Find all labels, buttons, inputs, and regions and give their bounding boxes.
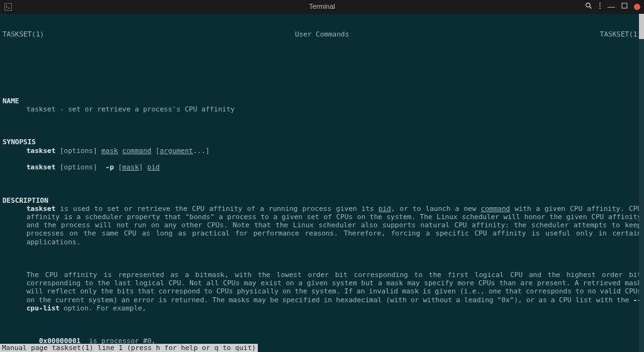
svg-point-1 bbox=[586, 3, 590, 7]
svg-line-2 bbox=[590, 7, 592, 9]
svg-rect-0 bbox=[4, 3, 12, 11]
description-para-2: The CPU affinity is represented as a bit… bbox=[3, 271, 641, 312]
terminal-app-icon bbox=[4, 3, 13, 11]
section-description: DESCRIPTION bbox=[3, 196, 48, 205]
minimize-button[interactable]: — bbox=[608, 3, 615, 11]
header-center: User Commands bbox=[295, 30, 349, 38]
header-right: TASKSET(1) bbox=[600, 30, 641, 38]
name-text: taskset - set or retrieve a process's CP… bbox=[3, 105, 641, 113]
maximize-button[interactable] bbox=[621, 3, 628, 11]
scrollbar[interactable] bbox=[639, 14, 644, 352]
section-synopsis: SYNOPSIS bbox=[3, 138, 36, 146]
window-title: Terminal bbox=[309, 3, 335, 11]
svg-point-4 bbox=[599, 5, 601, 6]
header-left: TASKSET(1) bbox=[3, 30, 44, 38]
pager-status-line: Manual page taskset(1) line 1 (press h f… bbox=[0, 344, 258, 352]
terminal-viewport[interactable]: TASKSET(1) User Commands TASKSET(1) NAME… bbox=[0, 14, 644, 352]
man-page-content: TASKSET(1) User Commands TASKSET(1) NAME… bbox=[0, 14, 644, 352]
svg-point-5 bbox=[599, 8, 601, 9]
kebab-menu-icon[interactable] bbox=[599, 2, 601, 11]
window-titlebar: Terminal — bbox=[0, 0, 644, 14]
section-name: NAME bbox=[3, 97, 19, 105]
svg-point-3 bbox=[599, 3, 601, 4]
description-para-1: taskset is used to set or retrieve the C… bbox=[3, 205, 641, 246]
svg-rect-6 bbox=[622, 3, 627, 8]
close-button[interactable] bbox=[634, 4, 640, 10]
scrollbar-thumb[interactable] bbox=[639, 14, 644, 39]
search-icon[interactable] bbox=[585, 2, 592, 11]
